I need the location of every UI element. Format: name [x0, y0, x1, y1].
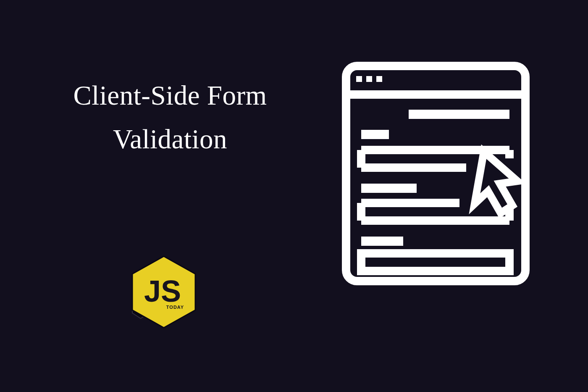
js-today-logo: JS TODAY: [124, 252, 204, 332]
svg-rect-7: [409, 110, 509, 119]
page-title: Client-Side Form Validation: [36, 74, 304, 161]
logo-today-text: TODAY: [166, 305, 184, 310]
svg-rect-4: [356, 76, 362, 82]
logo-js-text: JS: [144, 274, 181, 308]
svg-rect-5: [366, 76, 372, 82]
svg-rect-18: [361, 237, 403, 246]
title-line-1: Client-Side Form: [36, 74, 304, 117]
svg-rect-19: [361, 253, 509, 271]
form-window-icon: [340, 60, 531, 287]
svg-rect-6: [376, 76, 382, 82]
svg-rect-8: [361, 130, 389, 139]
title-line-2: Validation: [36, 117, 304, 161]
svg-rect-13: [361, 184, 417, 193]
